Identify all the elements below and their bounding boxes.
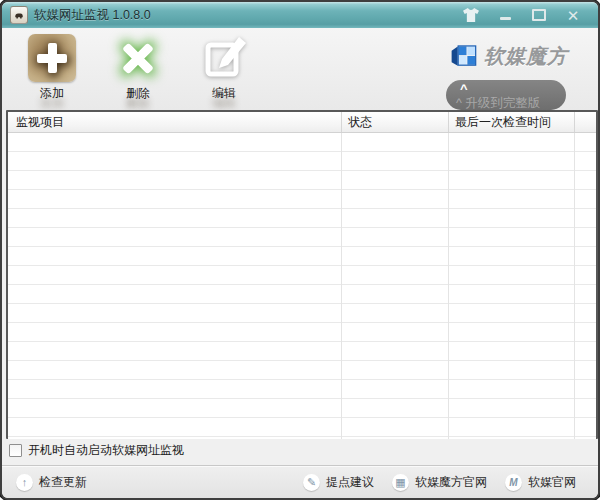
upgrade-label: ^ 升级到完整版 (456, 95, 540, 110)
listview-header: 监视项目 状态 最后一次检查时间 (8, 112, 596, 133)
upgrade-button[interactable]: ^ ^ 升级到完整版 (446, 80, 566, 110)
skin-button[interactable] (462, 6, 480, 24)
ruanmei-site-link[interactable]: M 软媒官网 (505, 474, 576, 491)
mofang-cube-icon (449, 42, 477, 70)
brand-name: 软媒魔方 (484, 43, 568, 70)
monitor-listview: 监视项目 状态 最后一次检查时间 (6, 110, 598, 439)
maximize-icon (532, 9, 546, 21)
mofang-site-link[interactable]: ▦ 软媒魔方官网 (392, 474, 487, 491)
suggestion-link[interactable]: ✎ 提点建议 (303, 474, 374, 491)
listview-body (8, 133, 596, 439)
delete-x-icon (114, 34, 162, 82)
column-header-lastcheck[interactable]: 最后一次检查时间 (449, 112, 575, 132)
pencil-icon: ✎ (303, 474, 320, 491)
chevron-up-icon: ^ (460, 81, 468, 96)
column-header-filler (575, 112, 596, 132)
m-icon: M (505, 474, 522, 491)
update-arrow-icon: ↑ (16, 474, 33, 491)
title-bar[interactable]: 软媒网址监视 1.0.8.0 ✕ (2, 2, 598, 28)
delete-button[interactable]: 删除 (106, 34, 170, 102)
toolbar-buttons: 添加 删除 编辑 (20, 34, 256, 102)
add-button-label: 添加 (40, 85, 64, 102)
brand-logo[interactable]: 软媒魔方 (449, 42, 568, 70)
app-icon-glyph (13, 9, 25, 21)
maximize-button[interactable] (530, 6, 548, 24)
autostart-row: 开机时自动启动软媒网址监视 (9, 438, 184, 462)
check-update-link[interactable]: ↑ 检查更新 (16, 474, 87, 491)
grid-icon: ▦ (392, 474, 409, 491)
app-icon[interactable] (10, 6, 28, 24)
column-header-item[interactable]: 监视项目 (8, 112, 342, 132)
shirt-icon (463, 8, 479, 22)
delete-button-label: 删除 (126, 85, 150, 102)
autostart-checkbox[interactable] (9, 444, 22, 457)
column-header-status[interactable]: 状态 (342, 112, 449, 132)
edit-button[interactable]: 编辑 (192, 34, 256, 102)
toolbar: 添加 删除 编辑 (2, 28, 598, 110)
add-plus-icon (28, 34, 76, 82)
close-icon: ✕ (567, 8, 580, 23)
autostart-label[interactable]: 开机时自动启动软媒网址监视 (28, 442, 184, 459)
edit-pencil-icon (200, 34, 248, 82)
close-button[interactable]: ✕ (564, 6, 582, 24)
minimize-button[interactable] (496, 6, 514, 24)
status-bar: ↑ 检查更新 ✎ 提点建议 ▦ 软媒魔方官网 M 软媒官网 (2, 465, 598, 498)
edit-button-label: 编辑 (212, 85, 236, 102)
minimize-icon (500, 17, 511, 20)
check-update-label: 检查更新 (39, 474, 87, 491)
window-title: 软媒网址监视 1.0.8.0 (34, 7, 151, 24)
window-controls: ✕ (462, 6, 590, 24)
add-button[interactable]: 添加 (20, 34, 84, 102)
app-window: 软媒网址监视 1.0.8.0 ✕ (0, 0, 600, 500)
statusbar-links: ✎ 提点建议 ▦ 软媒魔方官网 M 软媒官网 (303, 474, 584, 491)
